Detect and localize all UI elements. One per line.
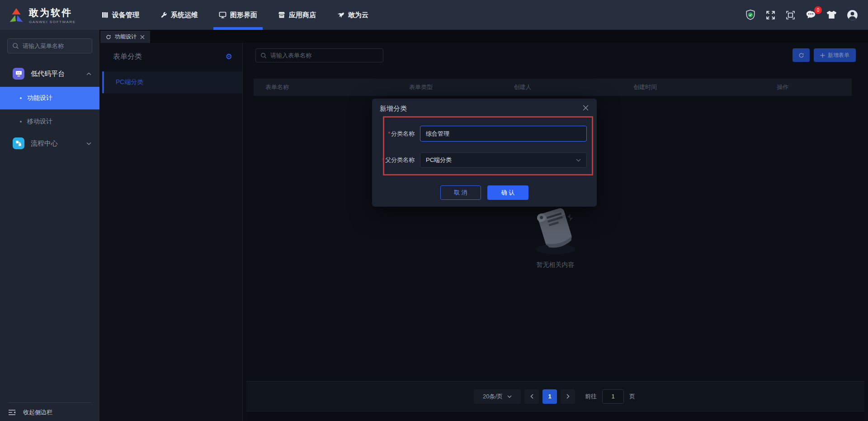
bird-icon	[337, 11, 344, 19]
fullscreen-icon[interactable]	[765, 10, 776, 20]
refresh-icon[interactable]	[106, 34, 111, 40]
brand-logo[interactable]: 敢为软件 GANWEI SOFTWARE	[0, 6, 100, 24]
screenshot-frame-icon[interactable]	[785, 10, 796, 20]
add-form-label: 新增表单	[828, 52, 849, 59]
user-avatar-icon[interactable]	[847, 9, 858, 21]
sidebar-item-function-design[interactable]: 功能设计	[0, 87, 99, 109]
logo-triangle-icon	[8, 8, 24, 23]
category-name-input[interactable]	[420, 126, 587, 142]
current-page[interactable]: 1	[542, 389, 557, 404]
required-mark: *	[382, 156, 384, 163]
form-search-input[interactable]	[270, 52, 378, 59]
confirm-button[interactable]: 确 认	[487, 185, 528, 200]
empty-state: 暂无相关内容	[243, 201, 868, 269]
theme-shirt-icon[interactable]	[826, 10, 837, 20]
nav-item-gui[interactable]: 图形界面	[219, 0, 257, 30]
empty-text: 暂无相关内容	[243, 261, 868, 269]
empty-scroll-illustration	[527, 201, 585, 258]
category-item-pc[interactable]: PC端分类	[102, 71, 242, 93]
sidebar-item-mobile-design[interactable]: 移动设计	[0, 110, 99, 133]
group-label: 低代码平台	[31, 70, 80, 78]
sidebar-search-input[interactable]	[23, 43, 102, 49]
menu-item-label: 功能设计	[27, 94, 52, 102]
modal-title: 新增分类	[380, 104, 407, 113]
column-create-time: 创建时间	[633, 83, 777, 91]
sidebar-group-flow-center[interactable]: 流程中心	[0, 133, 99, 154]
prev-page-button[interactable]	[524, 389, 539, 404]
pagination-bar: 20条/页 1 前往 页	[246, 381, 864, 411]
category-item-label: PC端分类	[116, 78, 143, 86]
page-suffix: 页	[629, 393, 635, 401]
parent-category-label: *父分类名称	[372, 156, 415, 164]
column-creator: 创建人	[514, 83, 633, 91]
category-name-label: *分类名称	[372, 130, 415, 138]
nav-item-ops[interactable]: 系统运维	[160, 0, 198, 30]
cancel-button[interactable]: 取 消	[440, 185, 481, 200]
column-form-type: 表单类型	[409, 83, 514, 91]
sidebar-search[interactable]	[7, 38, 92, 53]
column-actions: 操作	[777, 83, 852, 91]
wrench-icon	[160, 11, 167, 19]
required-mark: *	[388, 130, 390, 137]
nav-label: 敢为云	[348, 11, 368, 19]
search-icon	[260, 52, 267, 59]
tab-label: 功能设计	[115, 33, 137, 41]
column-form-name: 表单名称	[254, 83, 409, 91]
devices-icon	[101, 11, 108, 19]
goto-page-input[interactable]	[602, 389, 624, 404]
plus-icon	[820, 53, 825, 58]
form-search[interactable]	[255, 48, 383, 62]
footer-strip	[246, 411, 864, 421]
parent-category-select[interactable]: PC端分类	[420, 152, 587, 168]
sidebar: 低代码平台 功能设计 移动设计 流程中心	[0, 30, 99, 421]
messages-icon[interactable]: 0	[805, 10, 816, 20]
brand-subtitle: GANWEI SOFTWARE	[29, 20, 76, 24]
top-navbar: 敢为软件 GANWEI SOFTWARE 设备管理 系统运维	[0, 0, 868, 30]
main-nav: 设备管理 系统运维 图形界面 应用商店	[101, 0, 368, 30]
navbar-right-icons: 0	[745, 0, 858, 30]
tab-bar: 功能设计	[99, 30, 868, 43]
sidebar-menu: 低代码平台 功能设计 移动设计 流程中心	[0, 63, 99, 154]
store-icon	[278, 11, 285, 19]
chevron-up-icon	[86, 72, 91, 76]
close-icon[interactable]	[581, 103, 590, 113]
nav-label: 应用商店	[289, 11, 316, 19]
close-icon[interactable]	[140, 35, 145, 39]
nav-label: 设备管理	[112, 11, 139, 19]
bullet-dot	[20, 97, 22, 99]
brand-name: 敢为软件	[29, 6, 76, 19]
gear-icon[interactable]: ⚙	[226, 53, 232, 61]
collapse-sidebar-label: 收起侧边栏	[23, 408, 52, 416]
next-page-button[interactable]	[561, 389, 575, 404]
monitor-icon	[219, 11, 226, 19]
per-page-select[interactable]: 20条/页	[474, 389, 521, 404]
collapse-sidebar-icon	[8, 409, 16, 416]
bullet-dot	[20, 121, 22, 123]
nav-label: 系统运维	[171, 11, 198, 19]
chevron-down-icon	[576, 159, 581, 162]
add-category-modal: 新增分类 *分类名称 *父分类名称 PC端分类 取 消 确 认	[372, 99, 597, 207]
chevron-down-icon	[507, 395, 512, 398]
refresh-list-button[interactable]	[793, 48, 810, 62]
sidebar-group-lowcode[interactable]: 低代码平台	[0, 63, 99, 84]
per-page-value: 20条/页	[483, 393, 503, 401]
group-label: 流程中心	[31, 139, 80, 148]
nav-item-devices[interactable]: 设备管理	[101, 0, 139, 30]
message-badge: 0	[814, 6, 822, 14]
flow-center-icon	[13, 137, 24, 149]
divider	[8, 402, 91, 403]
sidebar-footer: 收起侧边栏	[0, 402, 99, 421]
add-form-button[interactable]: 新增表单	[814, 48, 856, 62]
search-icon	[12, 43, 19, 49]
security-shield-icon[interactable]	[745, 9, 756, 21]
panel-title: 表单分类	[113, 52, 142, 61]
nav-item-cloud[interactable]: 敢为云	[337, 0, 368, 30]
nav-label: 图形界面	[230, 11, 257, 19]
tab-function-design[interactable]: 功能设计	[100, 31, 150, 43]
menu-item-label: 移动设计	[27, 118, 52, 126]
parent-category-value: PC端分类	[426, 156, 452, 164]
nav-item-store[interactable]: 应用商店	[278, 0, 316, 30]
chevron-down-icon	[86, 142, 91, 145]
collapse-sidebar-button[interactable]: 收起侧边栏	[0, 408, 99, 416]
table-header: 表单名称 表单类型 创建人 创建时间 操作	[254, 79, 852, 96]
